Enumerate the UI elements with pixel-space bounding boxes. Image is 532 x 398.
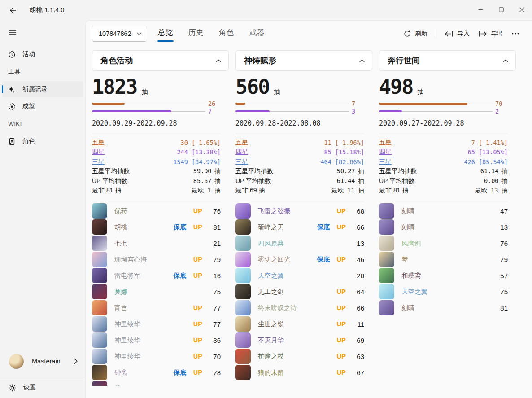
sidebar-item-settings[interactable]: 设置 (0, 377, 85, 398)
item-avatar (235, 316, 251, 332)
sidebar-item-character[interactable]: 角色 (2, 133, 83, 149)
item-pity-value: 21 (209, 240, 221, 247)
pull-row: 尘世之锁 UP 11 (235, 316, 364, 332)
minimize-button[interactable] (470, 0, 491, 19)
item-name: 七七 (114, 239, 127, 248)
item-pity-value: 13 (352, 240, 364, 247)
hamburger-button[interactable] (4, 25, 21, 40)
pull-row: 飞雷之弦振 UP 68 (235, 203, 364, 219)
stat-label[interactable]: 四星 (92, 148, 105, 156)
stat-row: 三星 1549 [84.97%] (92, 157, 221, 167)
item-pity-value: 77 (209, 385, 221, 386)
item-name: 钟离 (114, 368, 127, 377)
gauge-value: 26 (208, 100, 221, 108)
stat-label[interactable]: 三星 (235, 158, 248, 166)
pull-row: 不灭月华 UP 69 (235, 332, 364, 348)
stat-row: 五星 11 [ 1.96%] (235, 138, 364, 148)
tab-overview[interactable]: 总览 (157, 24, 174, 44)
pull-row: 和璞鸢 57 (379, 267, 508, 284)
stat-row: 五星平均抽数 50.27 抽 (235, 167, 364, 177)
item-pity-value: 64 (352, 288, 364, 296)
up-badge: UP (193, 353, 202, 360)
pity-gauge: 26 (92, 100, 221, 108)
item-pity-value: 75 (209, 288, 221, 296)
item-name: 琴 (401, 255, 408, 264)
item-pity-value: 69 (352, 337, 364, 344)
sidebar-item-activity[interactable]: 活动 (2, 46, 83, 62)
item-pity-value: 13 (496, 223, 508, 231)
banner-title: 角色活动 (100, 55, 133, 66)
toolbar-divider (436, 29, 436, 39)
tab-history[interactable]: 历史 (188, 24, 205, 44)
import-button[interactable]: 导入 (440, 26, 474, 41)
item-name: 斫峰之刃 (258, 223, 284, 232)
stat-row: 最非 69 抽 最欧 11 抽 (235, 186, 364, 196)
item-avatar (235, 203, 251, 219)
export-label: 导出 (491, 30, 503, 38)
item-name: 天空之翼 (258, 271, 284, 280)
item-pity-value: 76 (496, 240, 508, 247)
stat-value: 59.90 (193, 167, 212, 175)
pity-gauge: 7 (92, 108, 221, 115)
banner-expander-header[interactable]: 神铸赋形 (235, 50, 372, 71)
item-name: 莫娜 (114, 288, 127, 296)
stat-label[interactable]: 四星 (379, 148, 392, 156)
more-button[interactable] (508, 30, 523, 38)
stat-unit: 抽 (215, 167, 221, 175)
export-button[interactable]: 导出 (474, 26, 508, 41)
stat-label: 最非 69 抽 (235, 187, 265, 195)
item-pity-value: 36 (209, 337, 221, 344)
sidebar: 活动 工具 祈愿记录 成就 WIKI 角色 (0, 20, 85, 398)
item-avatar (92, 332, 107, 348)
maximize-button[interactable] (491, 0, 511, 19)
stat-value: 50.27 (337, 167, 355, 175)
refresh-button[interactable]: 刷新 (399, 26, 432, 41)
sidebar-item-wish-record[interactable]: 祈愿记录 (2, 81, 83, 97)
stat-label[interactable]: 三星 (379, 158, 392, 166)
tab-characters[interactable]: 角色 (218, 24, 235, 44)
user-account-button[interactable]: Masterain (0, 346, 85, 377)
stat-label[interactable]: 三星 (92, 158, 105, 166)
chevron-up-icon (216, 59, 221, 62)
stat-label[interactable]: 五星 (379, 139, 392, 147)
gauge-fill (235, 110, 270, 112)
sidebar-section-tools: 工具 (0, 63, 85, 80)
pull-row: 莫娜 75 (92, 284, 221, 300)
banner-body: 560 抽 7 3 2020.09.28-2022.08.08 五星 11 [ … (235, 75, 372, 386)
stat-row: 三星 464 [82.86%] (235, 157, 364, 167)
up-badge: UP (193, 320, 202, 328)
uid-select[interactable]: 107847862 (92, 26, 147, 42)
stat-label[interactable]: 四星 (235, 148, 248, 156)
stat-label: UP 平均抽数 (92, 177, 127, 185)
settings-label: 设置 (23, 384, 36, 392)
gauge-fill (92, 103, 125, 105)
chevron-up-icon (359, 59, 365, 62)
stat-label[interactable]: 五星 (235, 139, 248, 147)
stat-unit: 抽 (358, 177, 365, 185)
item-name: 飞雷之弦振 (258, 207, 291, 215)
item-pity-value: 57 (496, 272, 508, 280)
refresh-icon (404, 30, 411, 37)
pull-row: 神里绫华 UP 70 (92, 348, 221, 364)
banners-row: 角色活动 1823 抽 26 7 2020.09.29-2022.09.28 五… (85, 44, 532, 386)
maximize-icon (499, 7, 504, 12)
character-card-icon (8, 138, 16, 145)
sidebar-item-label: 成就 (22, 102, 35, 110)
stats-list: 五星 11 [ 1.96%] 四星 85 [15.18%] 三星 464 [82… (235, 133, 364, 201)
item-pity-value: 66 (352, 223, 364, 231)
sidebar-item-achievement[interactable]: 成就 (2, 98, 83, 114)
item-avatar (92, 381, 107, 386)
stat-label[interactable]: 五星 (92, 139, 105, 147)
back-button[interactable] (5, 3, 21, 17)
item-avatar (92, 236, 107, 251)
pull-row: 七七 21 (92, 235, 221, 251)
banner-expander-header[interactable]: 角色活动 (92, 50, 229, 71)
stat-row: 五星平均抽数 61.14 抽 (379, 167, 508, 177)
item-avatar (379, 284, 394, 299)
item-name: 优菈 (114, 207, 127, 215)
item-pity-value: 66 (352, 304, 364, 312)
banner-expander-header[interactable]: 奔行世间 (379, 50, 516, 71)
item-pity-value: 70 (209, 353, 221, 360)
tab-weapons[interactable]: 武器 (249, 24, 266, 44)
close-button[interactable] (511, 0, 532, 19)
